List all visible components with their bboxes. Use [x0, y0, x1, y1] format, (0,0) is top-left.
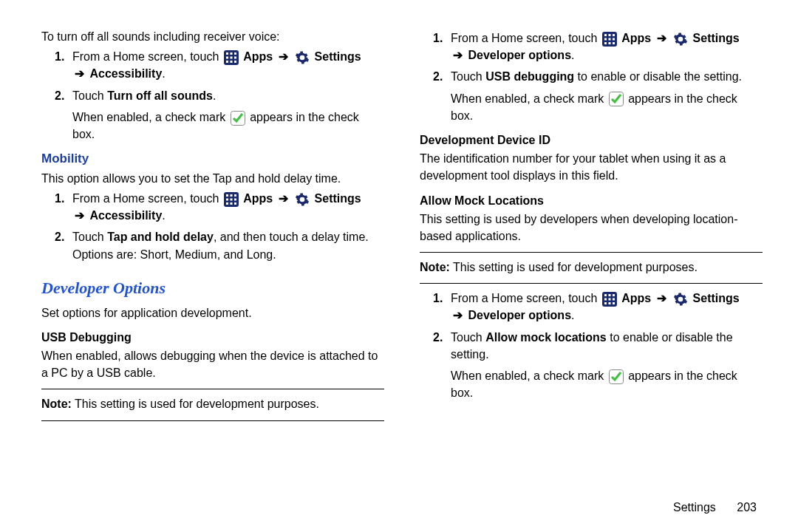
period: .	[213, 89, 216, 102]
step-2: 2. Touch Turn off all sounds.	[41, 87, 384, 104]
note-text: This setting is used for development pur…	[75, 398, 319, 410]
step-text: to enable or disable the setting.	[578, 70, 742, 83]
page-body: To turn off all sounds including receive…	[0, 0, 798, 532]
svg-rect-30	[613, 42, 615, 44]
svg-rect-27	[613, 38, 615, 40]
step-2: 2. Touch USB debugging to enable or disa…	[420, 68, 763, 85]
svg-rect-12	[226, 194, 228, 197]
checkmark-note: When enabled, a check mark appears in th…	[420, 367, 763, 401]
accessibility-label: Accessibility	[89, 67, 162, 80]
svg-rect-26	[608, 38, 610, 40]
svg-rect-19	[230, 202, 232, 205]
period: .	[162, 67, 165, 80]
step-number: 2.	[433, 329, 443, 346]
step-number: 2.	[55, 87, 64, 104]
svg-rect-36	[604, 299, 607, 301]
note-label: Note:	[41, 398, 72, 410]
svg-rect-22	[604, 34, 607, 36]
settings-label: Settings	[693, 32, 740, 44]
page-footer: Settings 203	[673, 499, 757, 516]
apps-icon	[602, 32, 617, 47]
usb-debugging-heading: USB Debugging	[41, 329, 384, 346]
settings-label: Settings	[315, 50, 361, 63]
step-text: Touch	[72, 231, 104, 243]
checkmark-note: When enabled, a check mark appears in th…	[420, 90, 763, 124]
svg-rect-34	[608, 294, 610, 296]
arrow-icon: ➔	[453, 49, 463, 61]
right-column: 1. From a Home screen, touch Apps ➔ Sett…	[420, 28, 763, 514]
svg-rect-13	[230, 194, 232, 197]
arrow-icon: ➔	[657, 32, 666, 44]
svg-rect-41	[613, 302, 615, 304]
checkmark-icon	[231, 111, 245, 126]
svg-rect-17	[234, 198, 236, 200]
svg-rect-35	[613, 294, 615, 296]
developer-options-desc: Set options for application development.	[41, 304, 384, 321]
page-number: 203	[737, 501, 757, 514]
svg-rect-20	[234, 202, 236, 205]
svg-rect-2	[230, 52, 232, 55]
left-column: To turn off all sounds including receive…	[41, 28, 384, 514]
step-text: Touch	[451, 331, 482, 344]
svg-rect-24	[613, 34, 615, 36]
apps-label: Apps	[243, 192, 273, 205]
checkmark-note: When enabled, a check mark appears in th…	[41, 109, 384, 143]
developer-options-label: Developer options	[468, 49, 571, 61]
step-2: 2. Touch Allow mock locations to enable …	[420, 329, 763, 363]
gear-icon	[295, 192, 310, 207]
arrow-icon: ➔	[75, 209, 84, 222]
step-text: From a Home screen, touch	[451, 292, 597, 304]
mobility-heading: Mobility	[41, 150, 384, 168]
intro-line: To turn off all sounds including receive…	[41, 28, 384, 45]
svg-rect-23	[608, 34, 610, 36]
text: When enabled, a check mark	[451, 92, 604, 105]
step-text: From a Home screen, touch	[72, 192, 219, 205]
svg-rect-5	[230, 56, 232, 58]
developer-options-label: Developer options	[468, 309, 571, 321]
note-line: Note: This setting is used for developme…	[420, 259, 763, 276]
arrow-icon: ➔	[75, 67, 84, 80]
divider	[41, 389, 384, 389]
arrow-icon: ➔	[453, 309, 463, 321]
step-1: 1. From a Home screen, touch Apps ➔ Sett…	[420, 30, 763, 64]
step-text: From a Home screen, touch	[451, 32, 597, 44]
development-device-id-heading: Development Device ID	[420, 132, 763, 149]
svg-rect-3	[234, 52, 236, 55]
developer-options-heading: Developer Options	[41, 276, 384, 300]
arrow-icon: ➔	[279, 50, 288, 63]
accessibility-label: Accessibility	[89, 209, 162, 222]
divider	[41, 420, 384, 421]
step-number: 1.	[433, 30, 443, 47]
footer-section-label: Settings	[673, 501, 716, 514]
mobility-desc: This option allows you to set the Tap an…	[41, 170, 384, 187]
svg-rect-14	[234, 194, 236, 197]
note-text: This setting is used for development pur…	[453, 261, 698, 273]
step-1: 1. From a Home screen, touch Apps ➔ Sett…	[41, 48, 384, 82]
apps-icon	[602, 292, 617, 307]
step-1: 1. From a Home screen, touch Apps ➔ Sett…	[420, 290, 763, 324]
svg-rect-40	[608, 302, 610, 304]
steps-mobility: 1. From a Home screen, touch Apps ➔ Sett…	[41, 190, 384, 263]
step-2: 2. Touch Tap and hold delay, and then to…	[41, 228, 384, 262]
svg-rect-6	[234, 56, 236, 58]
apps-icon	[224, 50, 239, 65]
step-number: 1.	[55, 48, 64, 65]
step-number: 2.	[55, 228, 64, 245]
turn-off-all-sounds-label: Turn off all sounds	[107, 89, 213, 102]
period: .	[571, 309, 574, 321]
divider	[420, 283, 763, 284]
gear-icon	[673, 32, 688, 47]
svg-rect-9	[234, 61, 236, 63]
allow-mock-label: Allow mock locations	[485, 331, 607, 344]
svg-rect-16	[230, 198, 232, 200]
allow-mock-locations-heading: Allow Mock Locations	[420, 192, 763, 209]
note-label: Note:	[420, 261, 450, 273]
svg-rect-15	[226, 198, 228, 200]
usb-debugging-desc: When enabled, allows debugging when the …	[41, 347, 384, 381]
apps-label: Apps	[621, 292, 651, 304]
svg-rect-4	[226, 56, 228, 58]
steps-turn-off-sounds: 1. From a Home screen, touch Apps ➔ Sett…	[41, 48, 384, 104]
step-1: 1. From a Home screen, touch Apps ➔ Sett…	[41, 190, 384, 224]
step-number: 2.	[433, 68, 443, 85]
svg-rect-7	[226, 61, 228, 63]
